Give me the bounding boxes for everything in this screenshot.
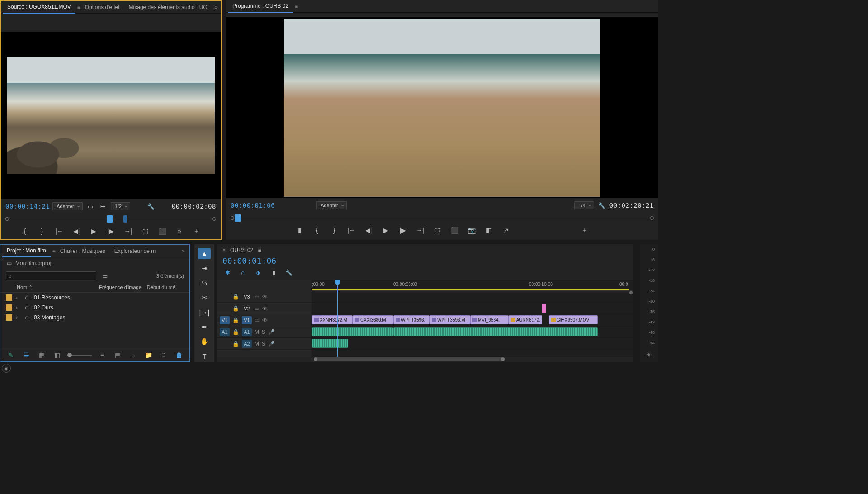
track-target[interactable]: A1 xyxy=(242,328,252,336)
tab-source[interactable]: Source : UGOX8511.MOV xyxy=(3,1,75,14)
freeform-view-icon[interactable]: ◧ xyxy=(52,350,62,360)
go-in-icon[interactable]: |← xyxy=(346,225,356,235)
snap-icon[interactable]: ✱ xyxy=(222,267,232,277)
solo-icon[interactable]: S xyxy=(262,329,265,335)
audio-clip[interactable] xyxy=(312,339,348,348)
program-timecode-in[interactable]: 00:00:01:06 xyxy=(231,202,275,209)
lock-icon[interactable]: 🔒 xyxy=(232,329,239,335)
export-icon[interactable]: ↗ xyxy=(501,225,511,235)
track-header-v3[interactable]: V1🔒V3▭👁 xyxy=(217,291,312,303)
time-ruler[interactable]: ;00:00 00:00:05:00 00:00:10:00 00:0 xyxy=(312,280,633,291)
mark-in-icon[interactable]: { xyxy=(312,225,322,235)
eye-icon[interactable]: 👁 xyxy=(262,305,268,312)
insert-icon[interactable]: ⬚ xyxy=(140,226,150,236)
chevron-right-icon[interactable]: › xyxy=(16,304,21,311)
work-area-bar[interactable] xyxy=(312,289,629,290)
add-icon[interactable]: ＋ xyxy=(192,226,202,236)
program-res-select[interactable]: 1/4 xyxy=(574,201,594,209)
list-view-icon[interactable]: ☰ xyxy=(21,350,31,360)
track-header-v1[interactable]: V1🔒V1▭👁 xyxy=(217,314,312,326)
marker[interactable] xyxy=(542,304,546,313)
track-a1-lane[interactable] xyxy=(312,326,633,338)
new-bin-icon[interactable]: 📁 xyxy=(143,350,153,360)
play-icon[interactable]: ▶ xyxy=(381,225,391,235)
track-header-a2[interactable]: A1🔒A2MS🎤 xyxy=(217,338,312,350)
video-clip[interactable]: WPFT3596. xyxy=(393,315,429,324)
eye-icon[interactable]: 👁 xyxy=(262,317,268,323)
go-in-icon[interactable]: |← xyxy=(54,226,64,236)
hand-tool-icon[interactable]: ✋ xyxy=(198,336,211,347)
video-clip[interactable]: WPFT3596.M xyxy=(429,315,470,324)
new-item-icon[interactable]: 🗎 xyxy=(159,350,169,360)
source-timecode-in[interactable]: 00:00:14:21 xyxy=(5,203,50,210)
bin-row[interactable]: ›🗀02 Ours xyxy=(0,303,189,313)
lock-icon[interactable]: 🔒 xyxy=(232,305,239,312)
tab-effect-options[interactable]: Options d'effet xyxy=(80,1,124,13)
tab-project[interactable]: Projet : Mon film xyxy=(2,245,51,257)
video-clip[interactable]: MVI_9884. xyxy=(470,315,509,324)
track-select-tool-icon[interactable]: ⇥ xyxy=(198,263,211,274)
hamburger-icon[interactable]: ≡ xyxy=(52,248,56,254)
track-v2-lane[interactable] xyxy=(312,303,633,314)
lock-icon[interactable]: 🔒 xyxy=(232,317,239,323)
slip-tool-icon[interactable]: |↔| xyxy=(198,307,211,318)
pen-tool-icon[interactable]: ✒ xyxy=(198,322,211,333)
audio-clip[interactable] xyxy=(393,327,598,336)
tab-audio-mixer[interactable]: Mixage des éléments audio : UG xyxy=(124,1,212,13)
bin-row[interactable]: ›🗀03 Montages xyxy=(0,313,189,323)
hamburger-icon[interactable]: ≡ xyxy=(295,3,298,10)
program-scrub-bar[interactable] xyxy=(231,213,654,223)
lock-icon[interactable]: 🔒 xyxy=(232,294,239,300)
icon-view-icon[interactable]: ▦ xyxy=(37,350,47,360)
toggle-output-icon[interactable]: ▭ xyxy=(255,294,259,300)
magnet-icon[interactable]: ∩ xyxy=(238,267,248,277)
source-scrub-bar[interactable] xyxy=(5,214,216,224)
trash-icon[interactable]: 🗑 xyxy=(174,350,184,360)
step-back-icon[interactable]: ◀| xyxy=(71,226,81,236)
thumb-size-slider[interactable] xyxy=(67,355,92,356)
bin-row[interactable]: ›🗀01 Ressources xyxy=(0,293,189,303)
selection-tool-icon[interactable]: ▲ xyxy=(198,248,211,259)
video-clip[interactable]: CXXI3680.M xyxy=(353,315,393,324)
track-target[interactable]: V3 xyxy=(242,294,252,299)
overflow-icon[interactable]: » xyxy=(179,248,188,254)
mute-icon[interactable]: M xyxy=(255,341,259,347)
lift-icon[interactable]: ⬚ xyxy=(432,225,442,235)
track-header-v2[interactable]: V1🔒V2▭👁 xyxy=(217,303,312,314)
mute-icon[interactable]: M xyxy=(255,329,259,335)
source-patch[interactable]: A1 xyxy=(220,328,230,336)
toggle-output-icon[interactable]: ▭ xyxy=(255,317,259,323)
new-bin-icon[interactable]: ▭ xyxy=(100,271,110,281)
voice-icon[interactable]: 🎤 xyxy=(268,341,275,347)
program-monitor[interactable] xyxy=(226,17,658,198)
col-framerate[interactable]: Fréquence d'image xyxy=(99,285,142,290)
track-a2-lane[interactable] xyxy=(312,338,633,350)
track-target[interactable]: V2 xyxy=(242,306,252,311)
col-media-start[interactable]: Début du mé xyxy=(147,285,175,290)
play-icon[interactable]: ▶ xyxy=(89,226,99,236)
layout-icon[interactable]: ▭ xyxy=(85,201,95,211)
overflow-icon[interactable]: » xyxy=(175,226,184,236)
video-clip[interactable]: GIHX9507.MOV xyxy=(549,315,598,324)
find-icon[interactable]: ⌕ xyxy=(128,350,138,360)
sequence-name[interactable]: OURS 02 xyxy=(230,247,253,253)
col-name[interactable]: Nom ⌃ xyxy=(17,285,94,290)
razor-tool-icon[interactable]: ✂ xyxy=(198,292,211,304)
timeline-hscroll[interactable] xyxy=(315,357,629,361)
wrench-icon[interactable]: 🔧 xyxy=(146,201,156,211)
wrench-icon[interactable]: 🔧 xyxy=(284,267,294,277)
step-back-icon[interactable]: ◀| xyxy=(363,225,373,235)
hamburger-icon[interactable]: ≡ xyxy=(258,247,261,253)
go-out-icon[interactable]: →| xyxy=(415,225,425,235)
mark-in-icon[interactable]: { xyxy=(20,226,30,236)
lock-icon[interactable]: 🔒 xyxy=(232,341,239,347)
chevron-right-icon[interactable]: › xyxy=(16,314,21,321)
overflow-icon[interactable]: » xyxy=(212,4,221,10)
pen-icon[interactable]: ✎ xyxy=(6,350,16,360)
track-v3-lane[interactable] xyxy=(312,291,633,303)
marker-icon[interactable]: ▮ xyxy=(295,225,305,235)
video-clip[interactable]: AURN6172. xyxy=(509,315,542,324)
compare-icon[interactable]: ◧ xyxy=(484,225,494,235)
playhead[interactable] xyxy=(337,280,338,357)
source-res-select[interactable]: 1/2 xyxy=(111,202,130,210)
